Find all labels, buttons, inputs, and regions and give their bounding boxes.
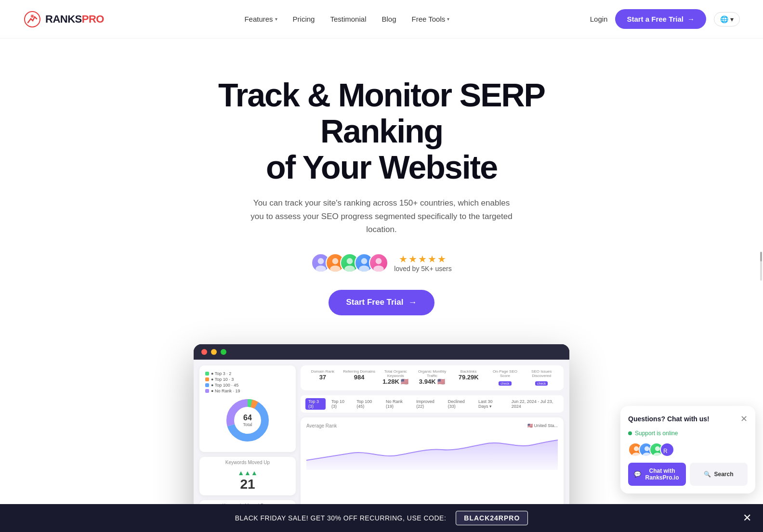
nav-pricing[interactable]: Pricing <box>293 15 315 23</box>
filter-bar: Top 3 (3) Top 10 (3) Top 100 (45) No Ran… <box>301 395 564 413</box>
search-chat-button[interactable]: 🔍 Search <box>690 463 748 486</box>
chat-bubble-icon: 💬 <box>634 471 641 478</box>
language-selector[interactable]: 🌐 ▾ <box>714 12 740 26</box>
stat-seo-score: On-Page SEO Score check <box>489 369 522 387</box>
nav-features[interactable]: Features ▾ <box>244 15 277 23</box>
stat-referring-domains: Referring Domains 984 <box>343 369 376 387</box>
svg-point-9 <box>361 258 368 264</box>
nav-free-tools[interactable]: Free Tools ▾ <box>412 15 450 23</box>
social-proof: ★★★★★ loved by 5K+ users <box>19 253 744 272</box>
chart-legend: ● Top 3 · 2 ● Top 10 · 3 ● Top 100 · 45 … <box>205 371 290 394</box>
svg-point-20 <box>634 446 639 451</box>
logo[interactable]: RANKSPRO <box>23 10 104 28</box>
stat-seo-issues: SEO Issues Discovered check <box>525 369 558 387</box>
hero-title: Track & Monitor SERP Ranking of Your Web… <box>189 77 574 185</box>
screen-topbar <box>194 344 569 360</box>
svg-point-8 <box>344 265 355 272</box>
svg-point-4 <box>316 265 326 272</box>
login-button[interactable]: Login <box>590 15 608 23</box>
arrow-icon: → <box>408 298 417 308</box>
avatar-5 <box>369 253 388 272</box>
stat-monthly-traffic: Organic Monthly Traffic 3.94K 🇺🇸 <box>416 369 448 387</box>
svg-point-22 <box>645 446 649 451</box>
scroll-thumb <box>760 252 762 261</box>
hero-section: Track & Monitor SERP Ranking of Your Web… <box>0 39 763 335</box>
navbar: RANKSPRO Features ▾ Pricing Testimonial … <box>0 0 763 39</box>
start-free-trial-button[interactable]: Start Free Trial → <box>329 290 434 315</box>
logo-pro-text: PRO <box>82 13 104 25</box>
scrollbar[interactable] <box>760 252 762 281</box>
svg-point-24 <box>655 446 660 451</box>
chat-header: Questions? Chat with us! ✕ <box>628 414 748 424</box>
nav-testimonial[interactable]: Testimonial <box>330 15 366 23</box>
black-friday-banner: BLACK FRIDAY SALE! GET 30% OFF RECURRING… <box>0 504 763 532</box>
svg-point-6 <box>330 265 341 272</box>
agent-avatar-rankspro: R <box>660 442 674 457</box>
stars-rating: ★★★★★ loved by 5K+ users <box>394 253 451 272</box>
arrow-right-icon: → <box>687 15 695 23</box>
banner-close-button[interactable]: ✕ <box>743 512 751 524</box>
keywords-moved-up-card: Keywords Moved Up ▲▲▲ 21 <box>199 457 296 495</box>
donut-chart: 64 Total <box>205 394 290 446</box>
stat-backlinks: Backlinks 79.29K <box>452 369 485 387</box>
search-icon: 🔍 <box>704 471 711 478</box>
svg-point-3 <box>318 258 324 264</box>
tools-chevron-icon: ▾ <box>447 16 449 22</box>
svg-point-5 <box>332 258 339 264</box>
online-indicator <box>628 431 632 435</box>
window-minimize-dot <box>211 349 217 355</box>
promo-code-button[interactable]: BLACK24RPRO <box>456 511 528 525</box>
svg-point-1 <box>25 12 40 27</box>
nav-links: Features ▾ Pricing Testimonial Blog Free… <box>244 15 449 23</box>
stat-domain-rank: Domain Rank 37 <box>306 369 339 387</box>
keyword-distribution-card: ● Top 3 · 2 ● Top 10 · 3 ● Top 100 · 45 … <box>199 365 296 452</box>
start-trial-button[interactable]: Start a Free Trial → <box>615 9 706 29</box>
chevron-down-icon: ▾ <box>730 15 734 23</box>
nav-blog[interactable]: Blog <box>382 15 396 23</box>
features-chevron-icon: ▾ <box>275 16 277 22</box>
logo-icon <box>23 10 41 28</box>
chat-now-button[interactable]: 💬 Chat with RanksPro.io <box>628 463 686 486</box>
stat-organic-keywords: Total Organic Keywords 1.28K 🇺🇸 <box>379 369 412 387</box>
chat-close-button[interactable]: ✕ <box>740 414 748 424</box>
svg-text:R: R <box>663 448 668 454</box>
window-maximize-dot <box>221 349 226 355</box>
user-avatars <box>311 253 388 272</box>
logo-ranks-text: RANKS <box>45 13 82 25</box>
nav-actions: Login Start a Free Trial → 🌐 ▾ <box>590 9 740 29</box>
chat-widget: Questions? Chat with us! ✕ Support is on… <box>620 406 755 493</box>
svg-point-7 <box>347 258 353 264</box>
svg-point-11 <box>376 258 382 264</box>
chat-action-buttons: 💬 Chat with RanksPro.io 🔍 Search <box>628 463 748 486</box>
window-close-dot <box>201 349 207 355</box>
online-status: Support is online <box>628 430 748 437</box>
chat-agents: R <box>628 442 748 457</box>
svg-point-12 <box>373 265 384 272</box>
svg-point-10 <box>359 265 369 272</box>
rank-chart-area <box>306 431 558 470</box>
hero-subtitle: You can track your site's ranking across… <box>247 196 516 236</box>
stats-row: Domain Rank 37 Referring Domains 984 Tot… <box>301 365 564 390</box>
globe-icon: 🌐 <box>720 15 728 23</box>
